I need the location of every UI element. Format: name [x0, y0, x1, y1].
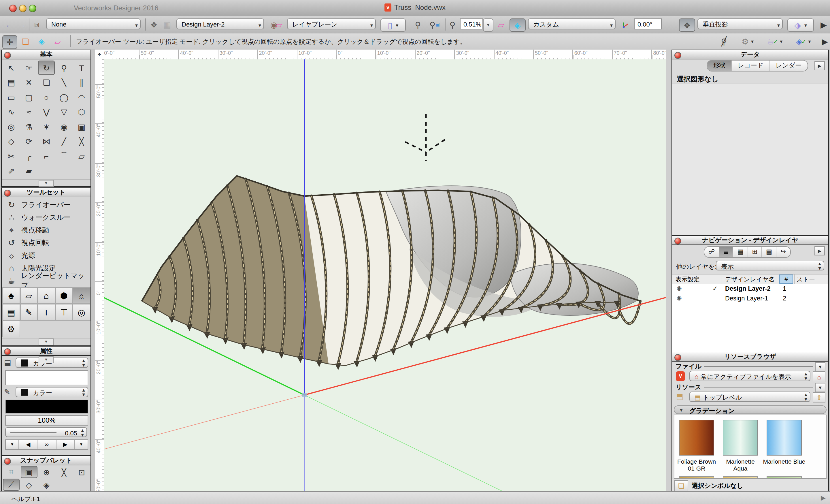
callout-tool-icon[interactable]: ▤: [3, 75, 20, 90]
site-tools-icon[interactable]: ♣: [2, 287, 20, 304]
references-tab-icon[interactable]: ↪: [777, 247, 790, 257]
layers-icon[interactable]: ❖: [148, 19, 160, 31]
select-similar-tool-icon[interactable]: ▣: [73, 119, 90, 134]
walkthrough-mode-button[interactable]: ⬗▾: [787, 19, 814, 32]
line-weight-control[interactable]: 0.05▲▼: [5, 427, 87, 437]
render-mode-button[interactable]: ☕✓▾: [763, 35, 786, 48]
delete-vertex-tool-icon[interactable]: ✕: [21, 75, 37, 90]
attr-menu-right-button[interactable]: ▾: [75, 440, 88, 449]
circle-tool-icon[interactable]: ○: [38, 90, 55, 104]
walkthrough-item[interactable]: ∴ウォークスルー: [2, 211, 91, 224]
opacity-control[interactable]: 100%: [5, 415, 88, 426]
fit-objects-icon[interactable]: ⚲▣: [428, 19, 442, 31]
drafting-tools-icon[interactable]: ▱: [20, 287, 37, 304]
gradients-section-header[interactable]: ▼ グラデーション: [674, 405, 827, 414]
design-layers-tab-icon[interactable]: ≣: [719, 247, 733, 257]
other-layers-dropdown[interactable]: 表示▲▼: [716, 261, 824, 271]
extrude-tool-icon[interactable]: ❏: [38, 75, 55, 90]
gradient-swatch[interactable]: [723, 420, 758, 455]
close-window-button[interactable]: [9, 5, 17, 12]
rotate-tool-icon[interactable]: ⟳: [21, 134, 37, 149]
arc-tool-icon[interactable]: ◠: [73, 90, 90, 104]
render-bitmap-item[interactable]: ☕レンダービットマップ: [2, 275, 91, 287]
status-overflow-icon[interactable]: ▶: [821, 494, 826, 502]
flyover-item[interactable]: ↻フライオーバー: [2, 198, 91, 211]
minimize-window-button[interactable]: [19, 5, 27, 12]
attribute-mapping-tool-icon[interactable]: ◇: [3, 134, 20, 149]
forward-icon[interactable]: →: [16, 19, 27, 31]
ellipse-tool-icon[interactable]: ◯: [56, 90, 72, 104]
gradient-swatch[interactable]: [767, 420, 802, 455]
structural-tools-icon[interactable]: I: [37, 304, 55, 321]
flyover-mode-object-button[interactable]: ❏: [19, 35, 32, 48]
polygon-tool-icon[interactable]: ⬡: [73, 105, 90, 119]
attr-next-button[interactable]: ▶: [56, 440, 75, 449]
drawing-area[interactable]: [104, 59, 666, 491]
render-settings-button[interactable]: ⚙▾: [738, 35, 757, 48]
gradient-swatch[interactable]: [679, 420, 714, 455]
rotate-view-item[interactable]: ↺視点回転: [2, 237, 91, 249]
active-layer-dropdown[interactable]: Design Layer-2▾: [177, 19, 264, 29]
flyover-mode-plane-button[interactable]: ◈: [35, 35, 49, 48]
file-source-dropdown[interactable]: ⌂常にアクティブファイルを表示▲▼: [689, 371, 810, 381]
unified-view-button[interactable]: ◈: [510, 19, 526, 32]
gradient-swatch-partial[interactable]: [723, 476, 758, 479]
layer-row[interactable]: ◉Design Layer-12: [672, 293, 828, 303]
building-tools-icon[interactable]: ⌂: [37, 287, 55, 304]
resources-menu-button[interactable]: ▼: [815, 383, 825, 392]
viewports-tab-icon[interactable]: ⊞: [748, 247, 762, 257]
fastener-tools-icon[interactable]: ◎: [73, 304, 90, 321]
zoom-icon[interactable]: ⚲: [447, 19, 458, 31]
curve-tool-icon[interactable]: ≈: [21, 105, 37, 119]
attr-link-button[interactable]: ∞: [38, 440, 56, 449]
tab-形状[interactable]: 形状: [707, 61, 732, 71]
view-mode-button[interactable]: ◈✓▾: [792, 35, 815, 48]
attr-menu-left-button[interactable]: ▾: [6, 440, 19, 449]
grid-snap-icon[interactable]: ⌗: [3, 466, 20, 478]
saved-views-tab-icon[interactable]: ☍: [704, 247, 719, 257]
solids-tools-icon[interactable]: ⬢: [55, 287, 73, 304]
rectangle-tool-icon[interactable]: ▭: [3, 90, 20, 104]
zoom-tool-icon[interactable]: ⚲: [56, 61, 72, 75]
chamfer-tool-icon[interactable]: ⌐: [38, 149, 55, 163]
zoom-window-button[interactable]: [29, 5, 36, 12]
fillet-tool-icon[interactable]: ╭: [21, 149, 37, 163]
double-polygon-tool-icon[interactable]: ▽: [56, 105, 72, 119]
classes-icon[interactable]: ▦: [161, 19, 173, 31]
folder-up-button[interactable]: ⇧: [813, 392, 825, 403]
object-snap-icon[interactable]: ▣: [21, 466, 37, 478]
ruler-origin-icon[interactable]: ⌖: [95, 50, 104, 60]
clip-tool-icon[interactable]: ✂: [3, 149, 20, 163]
modebar-overflow-icon[interactable]: ▶: [821, 35, 829, 47]
visibility-tool-icon[interactable]: ◉: [56, 119, 72, 134]
selection-tool-icon[interactable]: ↖: [3, 61, 20, 75]
spiral-tool-icon[interactable]: ◎: [3, 119, 20, 134]
zoom-field[interactable]: 0.51%: [460, 19, 483, 29]
fit-page-icon[interactable]: ⚲: [412, 19, 424, 31]
smart-edge-snap-icon[interactable]: ◇: [21, 479, 37, 491]
flyover-tool-icon[interactable]: ↻: [38, 61, 55, 75]
zoom-presets-button[interactable]: ▾: [483, 19, 493, 32]
snap-disable-icon[interactable]: ⚲╱: [717, 35, 731, 48]
flyover-mode-origin-button[interactable]: ✛: [2, 35, 17, 49]
classes-tab-icon[interactable]: ▦: [733, 247, 748, 257]
viewport-scrollbar[interactable]: [666, 50, 672, 491]
connect-combine-tool-icon[interactable]: ▰: [21, 163, 37, 178]
piping-tools-icon[interactable]: ⊤: [55, 304, 73, 321]
pen-style-dropdown[interactable]: カラー▲▼: [15, 387, 88, 397]
freehand-tool-icon[interactable]: ∿: [3, 105, 20, 119]
layer-row[interactable]: ◉✓Design Layer-21: [672, 284, 828, 293]
eyedropper-tool-icon[interactable]: ⚗: [21, 119, 37, 134]
working-plane-icon[interactable]: ▱: [494, 19, 507, 31]
palette-collapse-button[interactable]: ▾: [2, 356, 91, 363]
symbol-icon-button[interactable]: ❏: [674, 480, 688, 491]
close-palette-button[interactable]: [4, 52, 11, 59]
dims-notes-tools-icon[interactable]: ✎: [20, 304, 37, 321]
toolbar-overflow-icon[interactable]: ▶: [820, 19, 828, 31]
rounded-rectangle-tool-icon[interactable]: ▢: [21, 90, 37, 104]
distance-snap-icon[interactable]: ⟋: [3, 479, 20, 491]
edge-snap-icon[interactable]: ⊡: [73, 466, 90, 478]
panel-overflow-button[interactable]: ▶: [815, 246, 825, 255]
plane-mode-dropdown[interactable]: レイヤプレーン▾: [287, 19, 376, 29]
projection-dropdown[interactable]: 垂直投影▾: [697, 19, 783, 29]
